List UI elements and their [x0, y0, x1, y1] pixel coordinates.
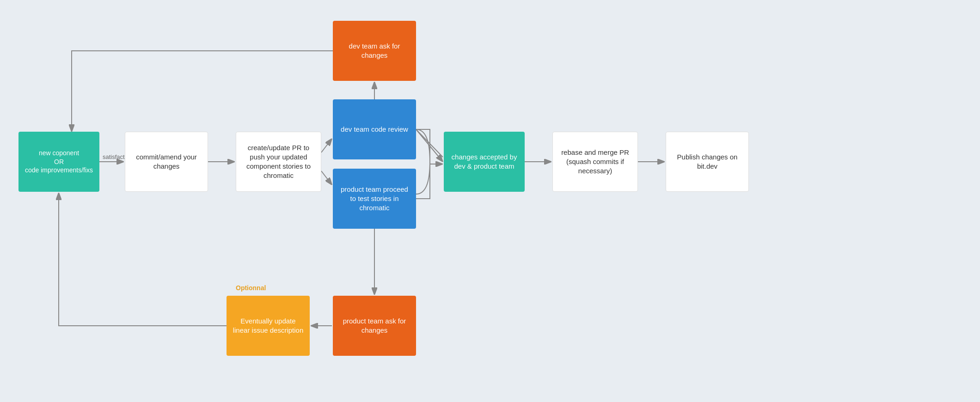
svg-line-6: [416, 129, 443, 162]
rebase-node: rebase and merge PR (squash commits if n…: [552, 132, 638, 192]
publish-node: Publish changes on bit.dev: [666, 132, 749, 192]
svg-line-3: [321, 139, 332, 152]
linear-issue-node: Eventually update linear issue descripti…: [227, 296, 310, 356]
arrows-layer: [0, 0, 980, 402]
optional-label: Optionnal: [236, 284, 266, 292]
commit-node: commit/amend your changes: [125, 132, 208, 192]
product-ask-node: product team ask for changes: [333, 296, 416, 356]
create-pr-node: create/update PR to push your updated co…: [236, 132, 321, 192]
dev-team-ask-node: dev team ask for changes: [333, 21, 416, 81]
dev-review-node: dev team code review: [333, 99, 416, 159]
start-node: new coponent OR code improvements/fixs: [18, 132, 99, 192]
svg-line-7: [416, 129, 443, 157]
changes-accepted-node: changes accepted by dev & product team: [444, 132, 525, 192]
product-test-node: product team proceed to test stories in …: [333, 169, 416, 229]
diagram: new coponent OR code improvements/fixs s…: [0, 0, 980, 402]
svg-line-4: [321, 171, 332, 185]
